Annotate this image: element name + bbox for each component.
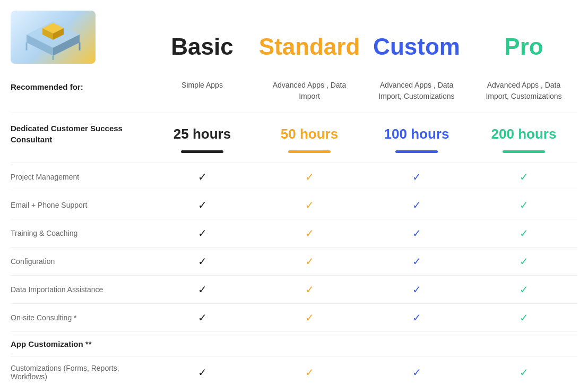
check-cell-training-0: ✓ (149, 227, 256, 240)
check-cell-project_mgmt-3: ✓ (470, 171, 577, 183)
check-cell-email_phone-0: ✓ (149, 199, 256, 211)
plan-header-basic: Basic (149, 30, 256, 69)
feature-label-email_phone: Email + Phone Support (11, 201, 149, 209)
checkmark-icon: ✓ (520, 284, 529, 295)
checkmark-icon: ✓ (198, 199, 207, 211)
checkmark-icon: ✓ (305, 284, 314, 295)
check-cell-onsite-2: ✓ (363, 311, 470, 324)
hours-row: Dedicated Customer Success Consultant 25… (11, 113, 577, 148)
feature-label-configuration: Configuration (11, 257, 149, 266)
checkmark-icon: ✓ (198, 256, 207, 267)
plan-name-basic: Basic (171, 33, 233, 59)
hours-bar-basic (181, 150, 223, 153)
checkmark-icon: ✓ (520, 227, 529, 239)
plan-name-custom: Custom (373, 33, 460, 59)
feature-label-data_import: Data Importation Assistance (11, 285, 149, 294)
header-row: Basic Standard Custom Pro (11, 11, 577, 69)
check-cell-onsite-3: ✓ (470, 311, 577, 324)
hours-bar-row (11, 148, 577, 163)
feature-row-customizations: Customizations (Forms, Reports, Workflow… (11, 356, 577, 383)
feature-row-email_phone: Email + Phone Support✓✓✓✓ (11, 191, 577, 219)
plan-header-standard: Standard (256, 30, 363, 69)
plan-header-pro: Pro (470, 30, 577, 69)
checkmark-icon: ✓ (412, 227, 421, 239)
feature-row-configuration: Configuration✓✓✓✓ (11, 248, 577, 276)
hours-pro: 200 hours (470, 127, 577, 141)
checkmark-icon: ✓ (198, 227, 207, 239)
checkmark-icon: ✓ (305, 256, 314, 267)
check-cell-configuration-3: ✓ (470, 255, 577, 268)
check-cell-configuration-1: ✓ (256, 255, 363, 268)
hours-standard: 50 hours (256, 127, 363, 141)
recommended-row: Recommended for: Simple Apps Advanced Ap… (11, 74, 577, 113)
pricing-table: Basic Standard Custom Pro Recommended fo… (11, 11, 577, 383)
checkmark-icon: ✓ (198, 312, 207, 324)
recommended-label: Recommended for: (11, 80, 149, 91)
check-cell-email_phone-2: ✓ (363, 199, 470, 211)
checkmark-icon: ✓ (520, 367, 529, 378)
check-cell-data_import-3: ✓ (470, 283, 577, 296)
checkmark-icon: ✓ (520, 171, 529, 183)
checkmark-icon: ✓ (305, 367, 314, 378)
feature-label-project_mgmt: Project Management (11, 173, 149, 181)
checkmark-icon: ✓ (305, 312, 314, 324)
plan-name-standard: Standard (259, 33, 360, 59)
feature-label-training: Training & Coaching (11, 229, 149, 237)
hours-bar-standard (288, 150, 331, 153)
check-cell-project_mgmt-0: ✓ (149, 171, 256, 183)
check-cell-configuration-2: ✓ (363, 255, 470, 268)
recommended-basic: Simple Apps (149, 80, 256, 91)
check-cell-data_import-0: ✓ (149, 283, 256, 296)
hours-basic: 25 hours (149, 127, 256, 141)
dedicated-consultant-label: Dedicated Customer Success Consultant (11, 123, 149, 145)
logo-cell (11, 11, 149, 69)
feature-label-onsite: On-site Consulting * (11, 313, 149, 322)
hours-bar-pro (503, 150, 545, 153)
bar-cell-standard (256, 150, 363, 153)
checkmark-icon: ✓ (520, 312, 529, 324)
recommended-pro: Advanced Apps , Data Import, Customizati… (470, 80, 577, 102)
checkmark-icon: ✓ (412, 171, 421, 183)
checkmark-icon: ✓ (198, 367, 207, 378)
check-cell-training-1: ✓ (256, 227, 363, 240)
check-cell-email_phone-1: ✓ (256, 199, 363, 211)
checkmark-icon: ✓ (412, 284, 421, 295)
hours-bar-custom (395, 150, 438, 153)
check-cell-training-2: ✓ (363, 227, 470, 240)
feature-rows: Project Management✓✓✓✓Email + Phone Supp… (11, 163, 577, 383)
feature-row-data_import: Data Importation Assistance✓✓✓✓ (11, 276, 577, 304)
feature-row-project_mgmt: Project Management✓✓✓✓ (11, 163, 577, 191)
check-cell-data_import-2: ✓ (363, 283, 470, 296)
checkmark-icon: ✓ (412, 199, 421, 211)
recommended-standard: Advanced Apps , Data Import (256, 80, 363, 102)
bar-cell-basic (149, 150, 256, 153)
checkmark-icon: ✓ (520, 256, 529, 267)
check-cell-email_phone-3: ✓ (470, 199, 577, 211)
checkmark-icon: ✓ (305, 171, 314, 183)
check-cell-customizations-1: ✓ (256, 366, 363, 379)
feature-row-app_custom_header: App Customization ** (11, 332, 577, 356)
checkmark-icon: ✓ (412, 312, 421, 324)
checkmark-icon: ✓ (520, 199, 529, 211)
feature-row-onsite: On-site Consulting *✓✓✓✓ (11, 304, 577, 332)
logo-image (11, 11, 96, 64)
checkmark-icon: ✓ (412, 367, 421, 378)
recommended-custom: Advanced Apps , Data Import, Customizati… (363, 80, 470, 102)
checkmark-icon: ✓ (412, 256, 421, 267)
feature-label-app_custom_header: App Customization ** (11, 339, 149, 348)
feature-row-training: Training & Coaching✓✓✓✓ (11, 219, 577, 248)
checkmark-icon: ✓ (198, 171, 207, 183)
check-cell-project_mgmt-1: ✓ (256, 171, 363, 183)
check-cell-data_import-1: ✓ (256, 283, 363, 296)
plan-name-pro: Pro (504, 33, 543, 59)
check-cell-configuration-0: ✓ (149, 255, 256, 268)
check-cell-customizations-3: ✓ (470, 366, 577, 379)
bar-cell-custom (363, 150, 470, 153)
check-cell-customizations-0: ✓ (149, 366, 256, 379)
feature-label-customizations: Customizations (Forms, Reports, Workflow… (11, 364, 149, 381)
checkmark-icon: ✓ (198, 284, 207, 295)
check-cell-customizations-2: ✓ (363, 366, 470, 379)
check-cell-onsite-1: ✓ (256, 311, 363, 324)
checkmark-icon: ✓ (305, 227, 314, 239)
bar-cell-pro (470, 150, 577, 153)
